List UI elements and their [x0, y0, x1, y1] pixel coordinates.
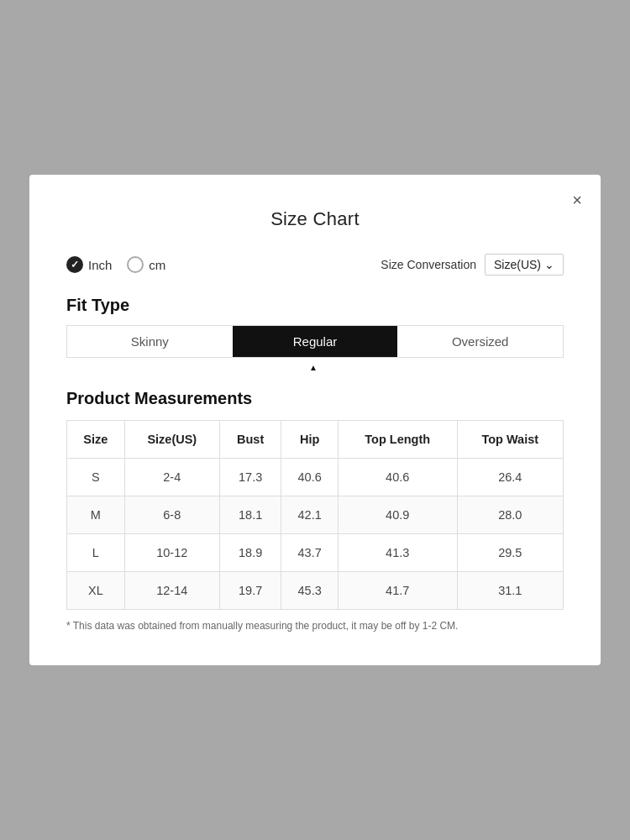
- tab-skinny[interactable]: Skinny: [67, 326, 233, 357]
- fit-tab-arrow: [66, 363, 564, 372]
- col-size: Size: [67, 421, 125, 459]
- tab-oversized[interactable]: Oversized: [397, 326, 563, 357]
- cm-label: cm: [149, 258, 165, 272]
- table-cell: 41.3: [338, 534, 457, 572]
- modal-title: Size Chart: [66, 208, 564, 230]
- table-cell: 42.1: [281, 496, 339, 534]
- fit-tabs: Skinny Regular Oversized: [66, 325, 564, 358]
- table-cell: 12-14: [124, 572, 219, 610]
- col-top-length: Top Length: [338, 421, 457, 459]
- size-conversation-label: Size Conversation: [381, 258, 476, 271]
- tab-regular[interactable]: Regular: [233, 326, 398, 357]
- table-cell: 2-4: [124, 459, 219, 496]
- table-cell: 28.0: [457, 496, 563, 534]
- table-cell: M: [67, 496, 125, 534]
- modal-container: × Size Chart Inch cm Size Conversation S…: [29, 175, 601, 665]
- size-dropdown[interactable]: Size(US) ⌄: [485, 254, 564, 276]
- table-cell: 10-12: [124, 534, 219, 572]
- table-cell: 40.9: [338, 496, 457, 534]
- table-cell: 17.3: [219, 459, 281, 496]
- table-header-row: Size Size(US) Bust Hip Top Length Top Wa…: [67, 421, 564, 459]
- table-cell: 18.9: [219, 534, 281, 572]
- table-cell: 18.1: [219, 496, 281, 534]
- table-cell: 45.3: [281, 572, 339, 610]
- col-top-waist: Top Waist: [457, 421, 563, 459]
- table-cell: 26.4: [457, 459, 563, 496]
- table-cell: 40.6: [281, 459, 339, 496]
- table-cell: 31.1: [457, 572, 563, 610]
- cm-option[interactable]: cm: [127, 256, 165, 273]
- dropdown-arrow-icon: ⌄: [544, 258, 554, 271]
- table-cell: L: [67, 534, 125, 572]
- size-dropdown-value: Size(US): [494, 258, 541, 271]
- table-cell: 40.6: [338, 459, 457, 496]
- cm-radio-unchecked: [127, 256, 144, 273]
- inch-option[interactable]: Inch: [66, 256, 112, 273]
- inch-radio-checked: [66, 256, 83, 273]
- size-table: Size Size(US) Bust Hip Top Length Top Wa…: [66, 420, 564, 610]
- unit-options: Inch cm: [66, 256, 165, 273]
- fit-type-label: Fit Type: [66, 296, 564, 315]
- table-row: M6-818.142.140.928.0: [67, 496, 564, 534]
- table-row: XL12-1419.745.341.731.1: [67, 572, 564, 610]
- close-button[interactable]: ×: [572, 192, 582, 208]
- inch-label: Inch: [88, 258, 112, 272]
- unit-row: Inch cm Size Conversation Size(US) ⌄: [66, 254, 564, 276]
- table-cell: XL: [67, 572, 125, 610]
- table-row: S2-417.340.640.626.4: [67, 459, 564, 496]
- table-cell: 43.7: [281, 534, 339, 572]
- modal-overlay: × Size Chart Inch cm Size Conversation S…: [0, 0, 630, 840]
- product-measurements-label: Product Measurements: [66, 389, 564, 408]
- table-cell: 41.7: [338, 572, 457, 610]
- table-row: L10-1218.943.741.329.5: [67, 534, 564, 572]
- col-bust: Bust: [219, 421, 281, 459]
- table-cell: 19.7: [219, 572, 281, 610]
- col-hip: Hip: [281, 421, 339, 459]
- col-size-us: Size(US): [124, 421, 219, 459]
- footnote: * This data was obtained from manually m…: [66, 620, 564, 632]
- size-conversation-container: Size Conversation Size(US) ⌄: [381, 254, 564, 276]
- table-cell: 29.5: [457, 534, 563, 572]
- table-cell: S: [67, 459, 125, 496]
- table-cell: 6-8: [124, 496, 219, 534]
